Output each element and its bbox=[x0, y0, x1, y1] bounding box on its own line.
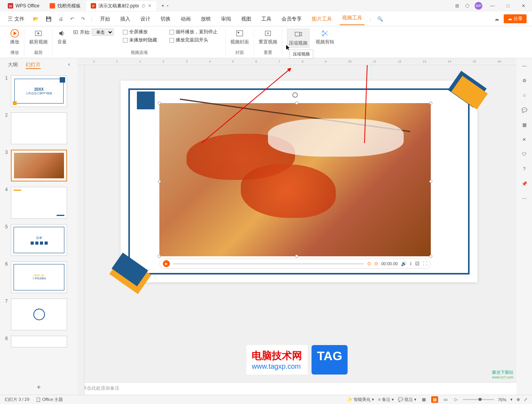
tools-icon[interactable]: ✕ bbox=[520, 136, 528, 143]
save-icon[interactable]: 💾 bbox=[45, 16, 52, 22]
resize-handle[interactable] bbox=[295, 255, 298, 258]
thumbnail-5[interactable]: 目录 bbox=[11, 224, 67, 256]
loop-option[interactable]: 循环播放，直到停止 bbox=[169, 29, 218, 35]
compress-button[interactable]: 压缩视频 bbox=[287, 29, 309, 48]
notes-bar[interactable]: 单击此处添加备注 bbox=[78, 382, 516, 395]
shield-icon[interactable]: 🛡 bbox=[520, 150, 528, 158]
notes-toggle[interactable]: ≡ 备注 ▾ bbox=[378, 397, 394, 402]
menu-start[interactable]: 开始 bbox=[98, 14, 112, 24]
menu-video-tools[interactable]: 视频工具 bbox=[340, 13, 364, 25]
resize-handle[interactable] bbox=[429, 255, 432, 258]
resize-handle[interactable] bbox=[295, 102, 298, 105]
volume-button[interactable]: 音量 bbox=[57, 29, 67, 45]
minimize-button[interactable]: — bbox=[487, 3, 498, 9]
add-slide-button[interactable]: + bbox=[0, 380, 78, 395]
settings-icon[interactable]: ⚙ bbox=[520, 77, 528, 85]
add-tab-button[interactable]: + ▾ bbox=[157, 1, 173, 11]
thumbnail-4[interactable] bbox=[11, 187, 67, 219]
menu-animation[interactable]: 动画 bbox=[178, 14, 193, 24]
tab-overflow-icon[interactable]: ⊙ bbox=[142, 3, 145, 9]
fullscreen-option[interactable]: 全屏播放 bbox=[123, 29, 157, 35]
menu-tools[interactable]: 工具 bbox=[259, 14, 274, 24]
menu-slideshow[interactable]: 放映 bbox=[199, 14, 213, 24]
fit-button[interactable]: ⊕ bbox=[516, 397, 520, 402]
chat-icon[interactable]: 💬 bbox=[520, 106, 528, 114]
resize-handle[interactable] bbox=[429, 180, 432, 183]
slides-tab[interactable]: 幻灯片 bbox=[26, 61, 41, 69]
open-icon[interactable]: 📂 bbox=[32, 16, 40, 22]
redo-icon[interactable]: ↷ bbox=[80, 16, 86, 22]
info-icon[interactable]: ℹ bbox=[410, 261, 412, 266]
file-menu[interactable]: 三 文件 bbox=[5, 14, 27, 24]
slide[interactable]: ▶ ⊙ ⊙ 00:00.00 🔊 ℹ 🖼 ⛶ bbox=[121, 81, 477, 282]
prev-frame-icon[interactable]: ⊙ bbox=[367, 261, 371, 266]
thumbnail-1[interactable]: 20XX 工作总结汇报PPT模板 bbox=[11, 75, 67, 107]
app-tab-wps[interactable]: W WPS Office bbox=[3, 1, 44, 11]
menu-picture-tools[interactable]: 图片工具 bbox=[309, 14, 334, 24]
rotate-handle[interactable] bbox=[292, 92, 298, 98]
print-icon[interactable]: 🖨 bbox=[58, 16, 64, 22]
pin-icon[interactable]: 📌 bbox=[520, 180, 528, 188]
zoom-dropdown[interactable]: ▾ bbox=[510, 397, 513, 402]
layers-icon[interactable]: ▦ bbox=[520, 121, 528, 129]
help-icon[interactable]: ? bbox=[520, 165, 528, 173]
theme-indicator[interactable]: 📋 Office 主题 bbox=[36, 397, 63, 402]
beautify-button[interactable]: ✨ 智能美化 ▾ bbox=[347, 397, 374, 402]
video-play-button[interactable]: ▶ bbox=[163, 260, 170, 267]
play-button[interactable]: 播放 bbox=[10, 29, 19, 45]
checkbox[interactable] bbox=[123, 38, 128, 43]
menu-review[interactable]: 审阅 bbox=[219, 14, 233, 24]
hide-option[interactable]: 未播放时隐藏 bbox=[123, 37, 157, 43]
view-normal[interactable]: ▦ bbox=[420, 396, 427, 403]
resize-handle[interactable] bbox=[158, 180, 161, 183]
avatar[interactable]: WP bbox=[475, 2, 482, 10]
cube-icon[interactable]: ⬡ bbox=[465, 2, 470, 9]
outline-tab[interactable]: 大纲 bbox=[8, 61, 18, 69]
trim-button[interactable]: 裁剪视频 bbox=[29, 29, 48, 45]
cover-button[interactable]: 视频封面 bbox=[230, 29, 249, 45]
screenshot-icon[interactable]: 🖼 bbox=[415, 261, 420, 266]
zoom-slider[interactable] bbox=[463, 399, 494, 400]
checkbox[interactable] bbox=[123, 30, 128, 35]
video-edit-button[interactable]: 视频剪辑 bbox=[316, 29, 334, 48]
minus-icon[interactable]: — bbox=[520, 62, 528, 70]
thumbnail-6[interactable]: PART 01 工作情况概述 bbox=[11, 261, 67, 293]
resize-handle[interactable] bbox=[429, 102, 432, 105]
view-reading[interactable]: ▭ bbox=[442, 396, 449, 403]
chevron-down-icon[interactable]: ▾ bbox=[167, 4, 169, 8]
next-frame-icon[interactable]: ⊙ bbox=[374, 261, 378, 266]
video-object[interactable]: ▶ ⊙ ⊙ 00:00.00 🔊 ℹ 🖼 ⛶ bbox=[159, 103, 431, 256]
zoom-thumb[interactable] bbox=[478, 398, 482, 401]
video-progress[interactable] bbox=[173, 263, 364, 264]
expand-icon[interactable]: ⤢ bbox=[524, 397, 527, 402]
checkbox[interactable] bbox=[169, 38, 174, 43]
menu-insert[interactable]: 插入 bbox=[118, 14, 133, 24]
app-tab-templates[interactable]: 找稻壳模板 bbox=[45, 1, 85, 11]
share-button[interactable]: ☁ 分享 bbox=[504, 14, 527, 23]
undo-icon[interactable]: ↶ bbox=[69, 16, 75, 22]
resize-handle[interactable] bbox=[158, 255, 161, 258]
start-select[interactable]: 单击 bbox=[92, 29, 114, 36]
more-icon[interactable]: ⋯ bbox=[520, 195, 528, 202]
menu-member[interactable]: 会员专享 bbox=[279, 14, 304, 24]
thumbnail-2[interactable] bbox=[11, 112, 67, 144]
checkbox[interactable] bbox=[169, 30, 174, 35]
rewind-option[interactable]: 播放完返回开头 bbox=[169, 37, 218, 43]
close-icon[interactable]: ✕ bbox=[148, 3, 152, 9]
thumbnail-8[interactable] bbox=[11, 336, 67, 347]
thumbnail-3[interactable] bbox=[11, 150, 67, 181]
panel-icon[interactable]: ⊞ bbox=[454, 2, 460, 9]
menu-view[interactable]: 视图 bbox=[239, 14, 254, 24]
reset-button[interactable]: 重置视频 bbox=[259, 29, 277, 45]
menu-transition[interactable]: 切换 bbox=[158, 14, 173, 24]
volume-icon[interactable]: 🔊 bbox=[401, 261, 407, 266]
cloud-icon[interactable]: ☁ bbox=[494, 16, 500, 22]
view-sorter[interactable]: ▦ bbox=[431, 396, 438, 403]
star-icon[interactable]: ☆ bbox=[520, 92, 528, 99]
comments-toggle[interactable]: 💬 批注 ▾ bbox=[398, 397, 416, 402]
view-slideshow[interactable]: ▷ bbox=[453, 396, 459, 403]
search-icon[interactable]: 🔍 bbox=[377, 16, 384, 22]
fullscreen-icon[interactable]: ⛶ bbox=[423, 261, 427, 266]
maximize-button[interactable]: □ bbox=[503, 3, 513, 9]
collapse-icon[interactable]: ‹ bbox=[68, 61, 70, 69]
